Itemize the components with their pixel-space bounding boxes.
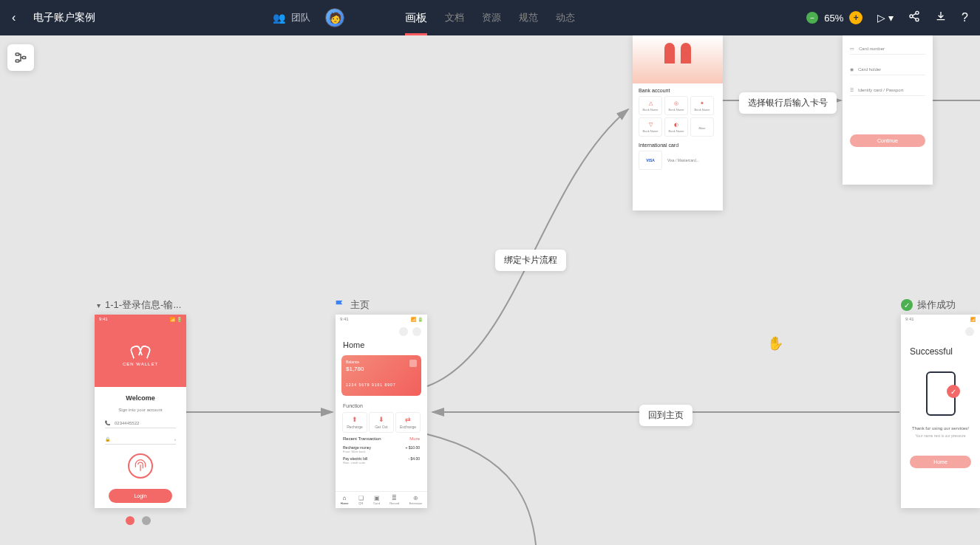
bank-tile[interactable]: ◎Bank Name	[664, 96, 688, 115]
wallet-logo-icon	[131, 346, 150, 359]
success-msg: Thank for using our services!	[901, 423, 980, 433]
tab-artboard[interactable]: 画板	[405, 0, 427, 35]
intl-section-label: International card	[639, 143, 717, 148]
credit-card[interactable]: Balance $1,780 1234 5678 9101 8907	[341, 355, 421, 396]
continue-button[interactable]: Continue	[850, 134, 925, 147]
header-left: ‹ 电子账户案例	[12, 11, 95, 24]
zoom-level: 65%	[824, 13, 843, 24]
sync-status[interactable]: − 65% +	[806, 11, 862, 24]
layer-tree-button[interactable]	[7, 44, 34, 71]
flow-label-select-bank[interactable]: 选择银行后输入卡号	[739, 92, 837, 114]
page-dot-active[interactable]	[126, 516, 135, 525]
phone-icon: 📞	[105, 420, 110, 425]
field-icon: ☰	[850, 87, 854, 92]
flow-label-back-home[interactable]: 回到主页	[639, 405, 693, 426]
tab-item[interactable]: ▣Card	[373, 495, 380, 505]
app-header: ‹ 电子账户案例 👥 团队 🧑 画板 文档 资源 规范 动态 − 65% + ▷…	[0, 0, 980, 35]
welcome-title: Welcome	[126, 394, 154, 402]
success-home-button[interactable]: Home	[910, 456, 971, 468]
success-illustration: ✓	[901, 364, 980, 423]
tree-icon	[14, 51, 27, 64]
avatar-dot[interactable]	[412, 327, 421, 336]
nav-tabs: 画板 文档 资源 规范 动态	[405, 0, 575, 35]
mock-bank[interactable]: Bank account △Bank Name◎Bank Name✦Bank N…	[633, 35, 723, 210]
artboard-title: 操作成功	[917, 298, 956, 312]
tab-item[interactable]: ⊕Extension	[409, 495, 423, 505]
form-field[interactable]: ☰Identify card / Passport	[850, 84, 925, 96]
tab-item[interactable]: ⌂Home	[341, 495, 349, 505]
password-field[interactable]: 🔒›	[105, 434, 176, 445]
svg-rect-7	[22, 57, 26, 59]
fingerprint-icon	[133, 459, 148, 473]
tab-spec[interactable]: 规范	[519, 0, 538, 35]
success-title: Successful	[901, 339, 980, 364]
mock-form[interactable]: ▭Card number◉Card holder☰Identify card /…	[843, 35, 933, 185]
function-label: Get Out	[370, 425, 393, 429]
function-icon: ⬇	[370, 416, 393, 423]
function-icon: ⇄	[396, 416, 420, 423]
function-label: Exchange	[396, 425, 420, 429]
icon-dot[interactable]	[399, 327, 408, 336]
team-label: 团队	[291, 11, 310, 24]
bank-tile[interactable]: ▽Bank Name	[639, 117, 662, 137]
page-dot[interactable]	[142, 516, 151, 525]
function-item[interactable]: ⬆Recharge	[342, 412, 367, 433]
artboard-label-home[interactable]: 主页	[334, 298, 370, 312]
cursor-hand-icon: ✋	[767, 335, 783, 352]
welcome-sub: Sign into your account	[118, 408, 162, 412]
tab-doc[interactable]: 文档	[445, 0, 464, 35]
field-icon: ▭	[850, 46, 854, 51]
bank-section-label: Bank account	[639, 88, 717, 93]
mock-success[interactable]: 9:41📶 Successful ✓ Thank for using our s…	[901, 315, 980, 508]
bank-tile[interactable]: ◐Bank Name	[664, 117, 688, 137]
icon-dot	[965, 327, 974, 336]
status-bar: 9:41📶 🔋	[95, 315, 186, 324]
header-right: − 65% + ▷ ▾ ?	[806, 10, 968, 25]
function-label: Function	[336, 400, 427, 411]
back-button[interactable]: ‹	[12, 11, 16, 24]
function-item[interactable]: ⬇Get Out	[369, 412, 394, 433]
visa-tile[interactable]: VISA	[639, 151, 662, 170]
caret-icon: ▾	[97, 301, 101, 309]
canvas[interactable]: 绑定卡片流程 选择银行后输入卡号 回到主页 ▾ 1-1-登录信息-输... 主页…	[0, 35, 980, 545]
check-icon: ✓	[901, 299, 913, 311]
svg-line-4	[913, 17, 916, 19]
user-avatar[interactable]: 🧑	[325, 8, 344, 27]
bank-tile[interactable]: More	[690, 117, 714, 137]
fingerprint-button[interactable]	[128, 453, 153, 479]
function-item[interactable]: ⇄Exchange	[395, 412, 421, 433]
download-icon[interactable]	[935, 10, 947, 25]
flow-label-bind-card[interactable]: 绑定卡片流程	[495, 250, 566, 271]
play-button[interactable]: ▷ ▾	[877, 12, 894, 24]
team-icon: 👥	[273, 12, 285, 24]
intl-label: Visa / Mastercard...	[664, 158, 699, 162]
sync-icon: −	[806, 12, 818, 24]
transaction-row[interactable]: Recharge moneyFrom: Wide bank+ $10.00	[336, 444, 427, 455]
share-icon[interactable]	[908, 10, 920, 25]
svg-rect-6	[16, 60, 19, 62]
zoom-add-button[interactable]: +	[849, 11, 862, 24]
svg-point-2	[916, 18, 919, 21]
artboard-label-success[interactable]: ✓ 操作成功	[901, 298, 956, 312]
form-field[interactable]: ▭Card number	[850, 43, 925, 55]
form-field[interactable]: ◉Card holder	[850, 64, 925, 75]
txn-more-link[interactable]: More	[409, 436, 420, 441]
tab-activity[interactable]: 动态	[556, 0, 575, 35]
qr-icon[interactable]	[409, 360, 417, 367]
mock-home[interactable]: 9:41📶 🔋 Home Balance $1,780 1234 5678 91…	[336, 315, 427, 508]
phone-field[interactable]: 📞0234445522	[105, 418, 176, 428]
mock-login[interactable]: 9:41📶 🔋 CEN WALLET Welcome Sign into you…	[95, 315, 186, 508]
login-hero: CEN WALLET	[95, 324, 186, 387]
status-bar: 9:41📶	[901, 315, 980, 324]
transaction-row[interactable]: Pay electric billHom: credit suite- $4.0…	[336, 455, 427, 466]
team-group[interactable]: 👥 团队 🧑	[273, 8, 344, 27]
flag-icon	[334, 299, 346, 311]
bank-tile[interactable]: ✦Bank Name	[690, 96, 714, 115]
bank-tile[interactable]: △Bank Name	[639, 96, 662, 115]
tab-item[interactable]: ≣Record	[389, 495, 399, 505]
help-icon[interactable]: ?	[962, 11, 968, 24]
tab-item[interactable]: ❏QR	[358, 495, 364, 505]
artboard-label-login[interactable]: ▾ 1-1-登录信息-输...	[97, 298, 181, 312]
login-button[interactable]: Login	[109, 489, 172, 503]
tab-resource[interactable]: 资源	[482, 0, 501, 35]
